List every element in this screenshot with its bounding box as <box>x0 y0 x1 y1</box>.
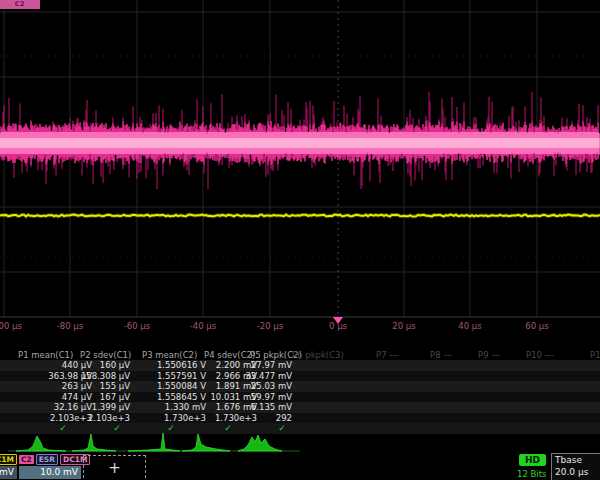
param-header-p7[interactable]: P7 --- <box>376 350 398 360</box>
descriptor-footer: C1 DC1M 10.0 mV C2 ESR DC1M 10.0 mV + HD… <box>0 452 600 480</box>
param-header-p11[interactable]: P11 <box>590 350 600 360</box>
param-value: 474 µV <box>62 392 92 402</box>
param-value: 292 <box>276 413 292 423</box>
param-header-p8[interactable]: P8 --- <box>430 350 452 360</box>
param-header-p4[interactable]: P4 sdev(C2) <box>204 350 255 360</box>
hd-bits-label: 12 Bits <box>517 469 546 479</box>
timebase-descriptor[interactable]: Tbase 20.0 µs <box>551 453 600 480</box>
measurement-table: P1 mean(C1)440 µV363.98 µV263 µV474 µV32… <box>0 0 600 480</box>
param-value: 263 µV <box>62 381 92 391</box>
param-value: 1.330 mV <box>165 402 206 412</box>
param-header-p6[interactable]: P6 pkpk(C3) <box>292 350 344 360</box>
param-header-p2[interactable]: P2 sdev(C1) <box>80 350 131 360</box>
c2-channel-badge: C2 <box>19 455 34 464</box>
param-value: 1.730e+3 <box>164 413 206 423</box>
channel-c1-descriptor[interactable]: C1 DC1M 10.0 mV <box>0 453 17 479</box>
param-value: 6.135 mV <box>251 402 292 412</box>
param-value: 59.97 mV <box>251 392 292 402</box>
param-value: 1.730e+3 <box>215 413 257 423</box>
histicon-p5[interactable] <box>238 435 282 451</box>
param-value: 2.103e+3 <box>88 413 130 423</box>
histicon-p3[interactable] <box>128 433 180 451</box>
param-value: 1.557591 V <box>157 371 206 381</box>
param-header-p1[interactable]: P1 mean(C1) <box>18 350 73 360</box>
channel-c2-descriptor[interactable]: C2 ESR DC1M 10.0 mV <box>19 453 81 479</box>
param-value: 1.399 µV <box>92 402 130 412</box>
param-value: 158.308 µV <box>81 371 130 381</box>
oscilloscope-screen: C2 -100 µs-80 µs-60 µs-40 µs-20 µs0 µs20… <box>0 0 600 480</box>
param-value: 160 µV <box>100 360 130 370</box>
param-value: 27.97 mV <box>251 360 292 370</box>
c1-coupling-badge: DC1M <box>0 454 17 465</box>
param-value: 440 µV <box>62 360 92 370</box>
param-value: 2.103e+3 <box>50 413 92 423</box>
param-value: 155 µV <box>100 381 130 391</box>
param-value: 167 µV <box>100 392 130 402</box>
histicon-p4[interactable] <box>182 434 230 451</box>
param-value: 1.558645 V <box>157 392 206 402</box>
c2-esr-badge: ESR <box>36 454 58 465</box>
param-value: 25.03 mV <box>251 381 292 391</box>
timebase-value: 20.0 µs <box>552 465 600 477</box>
histicon-p1[interactable] <box>16 436 66 451</box>
hd-mode-badge[interactable]: HD <box>519 454 546 466</box>
c2-vertical-scale: 10.0 mV <box>19 466 81 479</box>
param-value: 1.550084 V <box>157 381 206 391</box>
c1-vertical-scale: 10.0 mV <box>0 466 17 479</box>
param-value: 1.550616 V <box>157 360 206 370</box>
timebase-label: Tbase <box>552 454 600 465</box>
param-header-p9[interactable]: P9 --- <box>478 350 500 360</box>
param-header-p3[interactable]: P3 mean(C2) <box>142 350 197 360</box>
measurement-histicons <box>0 430 600 453</box>
add-trace-button[interactable]: + <box>83 455 146 480</box>
histicon-p2[interactable] <box>72 434 116 451</box>
param-header-p10[interactable]: P10 --- <box>526 350 554 360</box>
param-value: 33.477 mV <box>245 371 292 381</box>
param-value: 32.16 µV <box>54 402 92 412</box>
